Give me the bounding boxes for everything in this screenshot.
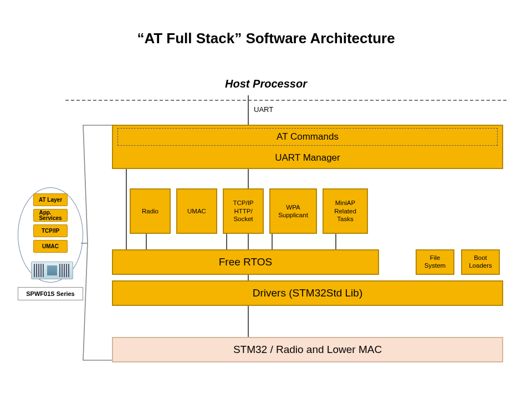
connector-wpa <box>272 232 273 250</box>
file-system-block: File System <box>416 249 454 275</box>
task-radio: Radio <box>130 188 171 234</box>
legend-stack: AT Layer App. Services TCP/IP UMAC <box>33 193 68 253</box>
rtos-row: Free RTOS File System Boot Loaders <box>112 249 503 273</box>
uart-manager-block: UART Manager <box>113 152 502 163</box>
free-rtos-block: Free RTOS <box>112 249 379 275</box>
legend-at-layer: AT Layer <box>33 193 68 206</box>
task-miniap: MiniAP Related Tasks <box>323 188 368 234</box>
connector-tcpip <box>226 232 227 250</box>
legend-card: AT Layer App. Services TCP/IP UMAC SPWF0… <box>18 187 83 318</box>
slide: “AT Full Stack” Software Architecture Ho… <box>0 0 532 399</box>
legend-app-services: App. Services <box>33 209 68 222</box>
task-wpa-supplicant: WPA Supplicant <box>269 188 317 234</box>
at-uart-block: AT Commands UART Manager <box>112 125 503 169</box>
at-commands-block: AT Commands <box>117 128 498 146</box>
uart-label: UART <box>254 105 273 114</box>
task-tcpip: TCP/IP HTTP/ Socket <box>223 188 264 234</box>
legend-umac: UMAC <box>33 240 68 253</box>
host-processor-label: Host Processor <box>0 78 532 90</box>
callout-bracket-icon <box>81 124 114 362</box>
hardware-block: STM32 / Radio and Lower MAC <box>112 337 503 362</box>
task-row: Radio UMAC TCP/IP HTTP/ Socket WPA Suppl… <box>130 188 368 234</box>
legend-tcpip: TCP/IP <box>33 224 68 237</box>
page-title: “AT Full Stack” Software Architecture <box>0 30 532 47</box>
connector-radio <box>146 232 147 250</box>
boot-loaders-block: Boot Loaders <box>461 249 500 275</box>
task-umac: UMAC <box>176 188 217 234</box>
drivers-block: Drivers (STM32Std Lib) <box>112 280 503 306</box>
host-divider <box>65 100 507 101</box>
connector-uart-manager <box>126 166 127 250</box>
series-label: SPWF01S Series <box>18 287 83 300</box>
module-chip-icon <box>31 262 73 279</box>
connector-miniap <box>335 232 336 250</box>
